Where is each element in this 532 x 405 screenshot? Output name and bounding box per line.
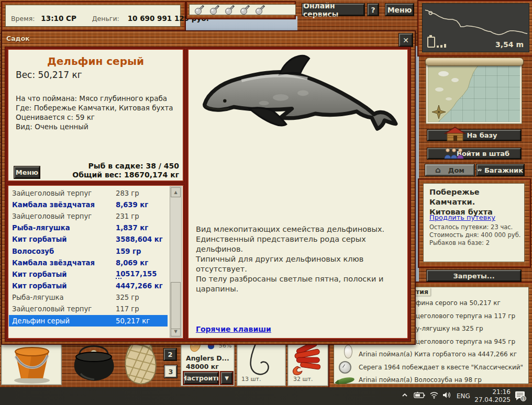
fish-list-row[interactable]: Кит горбатый 3588,604 кг [9,234,168,245]
hook-slot[interactable]: 13 шт. [237,340,286,386]
enter-hq-label: Войти в штаб [457,150,509,158]
online-services-button[interactable]: Онлайн сервисы [302,4,364,16]
van-icon [478,167,482,173]
fish-list-row[interactable]: Дельфин серый 50,217 кг [9,315,168,327]
fish-row-weight: 1,837 кг [116,224,148,232]
configure-label: Настроить [182,374,221,382]
bucket-slot[interactable] [1,343,62,385]
fish-row-weight: 117 гр [116,305,139,313]
help-button[interactable]: ? [368,4,379,16]
depth-value: 3,54 m [495,40,524,49]
fish-row-name: Камбала звёздчатая [12,201,116,209]
language-indicator[interactable]: ENG [457,392,470,400]
location-title: Побережье Камчатки. Китовая бухта [429,187,524,217]
fish-detail-line: На что поймана: Мясо глубинного краба [16,94,173,103]
tray-chevron-icon[interactable] [401,391,408,399]
fish-list-panel: Зайцеголовый терпуг 283 гр Камбала звёзд… [7,184,184,340]
flask-icon[interactable] [209,5,220,15]
bans-label: Запреты... [453,272,494,280]
top-menu-button[interactable]: Меню [385,4,414,16]
flask-panel [186,1,296,19]
close-icon: ✕ [403,36,409,44]
notification-icon[interactable]: 1 [514,391,527,401]
fish-list-row[interactable]: Кит горбатый 10517,155 [9,268,168,280]
fish-row-name: Камбала звёздчатая [12,259,116,267]
fish-list-row[interactable]: Камбала звёздчатая 8,069 кг [9,257,168,268]
flask-icon[interactable] [254,5,265,15]
fish-list-row[interactable]: Камбала звёздчатая 8,639 кг [9,199,168,210]
fish-description-line: Вид млекопитающих семейства дельфиновых. [196,224,408,234]
fish-weight: Вес: 50,217 кг [16,70,82,80]
home-button[interactable]: ⌂ Дом [425,164,474,176]
cauldron-icon [68,342,120,386]
map-scroll-roll [425,58,524,66]
scroll-up-icon[interactable]: ▲ [171,187,181,197]
trunk-button[interactable]: Багажник [476,164,524,176]
hotkeys-link[interactable]: Горячие клавиши [196,325,271,333]
configure-button[interactable]: Настроить [184,372,218,384]
status-panel: Время: 13:10 СР Деньги: 10 690 991 129 р… [1,1,186,31]
fish-list-row[interactable]: Рыба-лягушка 1,837 кг [9,222,168,234]
battery-icon [427,37,435,48]
rod-dropdown-button[interactable]: ▼ [221,372,232,384]
rod-slot[interactable]: 56% Anglers D... 48000 кг Настроить ▼ [181,340,235,386]
battery-tray-icon[interactable] [414,392,425,399]
bans-button[interactable]: Запреты... [427,270,521,282]
trunk-label: Багажник [484,166,523,174]
cabin-icon [443,126,467,142]
hook-icon [237,341,286,377]
fish-row-name: Зайцеголовый терпуг [12,212,116,220]
fish-row-name: Волосозуб [12,248,116,255]
location-body: Побережье Камчатки. Китовая бухта Продли… [423,183,525,262]
extend-permit-link[interactable]: Продлить путевку [429,213,495,221]
event-entry: у-лягушку на 325 гр [416,322,483,335]
rod-2-button[interactable]: 2 [164,348,176,361]
flask-icon[interactable] [224,5,235,15]
wifi-icon[interactable] [429,391,439,399]
scrollbar-thumb[interactable] [171,282,181,329]
to-base-button[interactable]: На базу [427,130,521,141]
crab-count: 32 шт. [293,376,313,383]
minimap[interactable] [425,58,523,125]
event-log-title: тия [414,288,430,296]
fish-detail-line: Где: Побережье Камчатки, Китовая бухта [16,103,173,113]
fish-list-row[interactable]: Зайцеголовый терпуг 231 гр [9,210,168,222]
creel-item[interactable] [119,340,161,386]
fish-list-scrollbar[interactable]: ▲ ▼ [170,186,182,338]
fish-row-name: Дельфин серый [12,317,116,325]
enter-hq-button[interactable]: Войти в штаб [427,148,521,159]
rod-3-button[interactable]: 3 [164,365,177,378]
cauldron-item[interactable] [68,342,120,386]
home-label: Дом [448,166,464,174]
location-info-line: Рыбаков на базе: 2 [429,239,520,247]
people-icon [444,148,464,159]
event-text: цеголового терпуга на 117 гр [416,312,515,320]
clock[interactable]: 21:16 27.04.2025 [474,388,511,404]
language-label: ENG [457,392,470,400]
crab-bait-slot[interactable]: 32 шт. [287,340,328,386]
fish-list-row[interactable]: Кит горбатый 4447,266 кг [9,280,168,292]
fish-description-panel: Вид млекопитающих семейства дельфиновых.… [187,48,409,340]
fish-row-name: Кит горбатый [12,282,116,290]
fish-detail-panel: Дельфин серый Вес: 50,217 кг На что пойм… [7,48,184,182]
fish-list-row[interactable]: Волосозуб 159 гр [9,245,168,257]
fish-row-name: Рыба-лягушка [12,224,116,232]
rod-capacity: 48000 кг [186,363,219,371]
dialog-menu-button[interactable]: Меню [14,166,40,178]
fish-row-weight: 8,639 кг [116,201,148,209]
bottom-bar: 2 3 56% Anglers D... 48000 кг Настроить … [0,339,532,388]
fish-list-row[interactable]: Рыба-лягушка 325 гр [9,292,168,303]
rod-2-label: 2 [168,351,172,358]
fish-row-name: Зайцеголовый терпуг [12,189,116,197]
fish-name: Дельфин серый [7,55,184,68]
fish-list[interactable]: Зайцеголовый терпуг 283 гр Камбала звёзд… [9,187,168,327]
notification-badge: 1 [522,397,525,401]
close-button[interactable]: ✕ [399,33,413,47]
fish-list-row[interactable]: Зайцеголовый терпуг 283 гр [9,187,168,199]
fish-list-row[interactable]: Зайцеголовый терпуг 117 гр [9,303,168,315]
flask-icon[interactable] [194,5,205,15]
flask-icon[interactable] [239,5,250,15]
dialog-inner: Дельфин серый Вес: 50,217 кг На что пойм… [5,47,411,342]
hook-count: 13 шт. [241,376,261,383]
speaker-icon[interactable] [442,391,452,399]
